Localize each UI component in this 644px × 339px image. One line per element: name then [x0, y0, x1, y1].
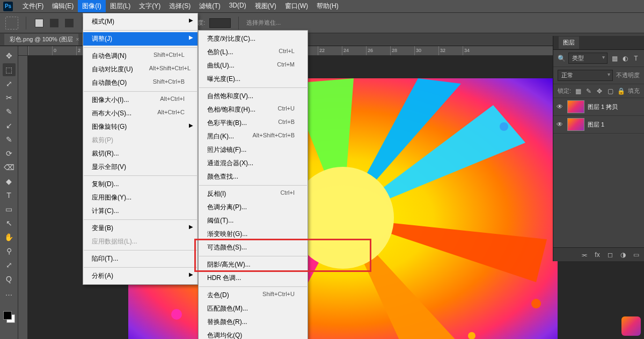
blend-mode-dropdown[interactable]: 正常: [558, 70, 613, 81]
layer-thumb: [567, 118, 584, 131]
menu-item[interactable]: 曝光度(E)...: [199, 72, 308, 86]
menubar-item[interactable]: 视图(V): [251, 0, 281, 12]
select-mask-button[interactable]: 选择并遮住...: [246, 19, 281, 27]
menubar-item[interactable]: 帮助(H): [312, 0, 343, 12]
menubar-item[interactable]: 3D(D): [225, 0, 251, 12]
menubar-item[interactable]: 文字(Y): [135, 0, 165, 12]
menu-item[interactable]: 颜色查找...: [199, 170, 308, 183]
menubar-item[interactable]: 图层(L): [106, 0, 135, 12]
tool-button[interactable]: ⤢: [3, 77, 16, 90]
menu-item[interactable]: 裁切(R)...: [83, 147, 197, 160]
fx-icon[interactable]: fx: [594, 251, 601, 259]
layers-tab[interactable]: 图层: [559, 36, 579, 49]
menu-item[interactable]: 调整(J)▶: [83, 32, 197, 46]
menu-item[interactable]: 色阶(L)...Ctrl+L: [199, 46, 308, 59]
menu-item[interactable]: 自动色调(N)Shift+Ctrl+L: [83, 49, 197, 63]
menu-item[interactable]: 自动对比度(U)Alt+Shift+Ctrl+L: [83, 63, 197, 76]
menubar-item[interactable]: 图像(I): [78, 0, 105, 12]
tool-button[interactable]: ↖: [3, 217, 16, 230]
menu-item[interactable]: HDR 色调...: [199, 271, 308, 285]
menu-item[interactable]: 去色(D)Shift+Ctrl+U: [199, 289, 308, 302]
tool-button[interactable]: ⬚: [3, 63, 16, 76]
height-input[interactable]: [209, 18, 231, 28]
menubar-item[interactable]: 窗口(W): [281, 0, 312, 12]
lock-move-icon[interactable]: ✥: [596, 87, 603, 95]
foreground-swatch[interactable]: [3, 311, 12, 320]
tool-button[interactable]: ⟳: [3, 147, 16, 160]
menu-item[interactable]: 反相(I)Ctrl+I: [199, 187, 308, 201]
tool-button[interactable]: ⌫: [3, 161, 16, 174]
menu-item[interactable]: 变量(B)▶: [83, 222, 197, 235]
close-tab-icon[interactable]: ×: [76, 36, 79, 42]
menu-item[interactable]: 图像旋转(G)▶: [83, 120, 197, 134]
tool-button[interactable]: ✋: [3, 231, 16, 244]
menu-item[interactable]: 亮度/对比度(C)...: [199, 32, 308, 46]
search-icon[interactable]: 🔍: [558, 55, 565, 62]
type-filter-icon[interactable]: T: [632, 55, 640, 62]
filter-type-dropdown[interactable]: 类型: [568, 53, 608, 64]
visibility-icon[interactable]: 👁: [557, 121, 564, 128]
marquee-tool-preset[interactable]: [5, 17, 18, 30]
menu-item[interactable]: 匹配颜色(M)...: [199, 302, 308, 315]
add-selection-icon[interactable]: [50, 19, 58, 27]
menu-item[interactable]: 自然饱和度(V)...: [199, 90, 308, 103]
menu-item[interactable]: 复制(D)...: [83, 178, 197, 191]
menubar-item[interactable]: 滤镜(T): [195, 0, 224, 12]
layer-row[interactable]: 👁图层 1 拷贝: [553, 98, 644, 116]
menu-item[interactable]: 计算(C)...: [83, 204, 197, 218]
tool-button[interactable]: ✎: [3, 133, 16, 146]
lock-artboard-icon[interactable]: ▢: [606, 87, 614, 95]
menu-item[interactable]: 照片滤镜(F)...: [199, 143, 308, 157]
tool-button[interactable]: ◆: [3, 175, 16, 188]
menu-item[interactable]: 显示全部(V): [83, 160, 197, 174]
menu-item[interactable]: 通道混合器(X)...: [199, 157, 308, 170]
menu-item[interactable]: 色调分离(P)...: [199, 201, 308, 214]
menu-item[interactable]: 分析(A)▶: [83, 269, 197, 283]
tool-button[interactable]: ↙: [3, 119, 16, 132]
tool-button[interactable]: ✎: [3, 105, 16, 118]
lock-all-icon[interactable]: 🔒: [617, 87, 625, 95]
menu-item[interactable]: 替换颜色(R)...: [199, 315, 308, 329]
tool-button[interactable]: Q: [3, 272, 16, 285]
menu-item[interactable]: 陷印(T)...: [83, 252, 197, 266]
pixel-filter-icon[interactable]: ▦: [611, 55, 618, 62]
menu-item[interactable]: 色彩平衡(B)...Ctrl+B: [199, 116, 308, 130]
link-layers-icon[interactable]: ⫘: [581, 251, 588, 259]
tool-button[interactable]: ▭: [3, 203, 16, 216]
adjustment-layer-icon[interactable]: ◑: [619, 251, 627, 259]
tools-panel: ✥⬚⤢✂✎↙✎⟳⌫◆T▭↖✋⚲⤢Q…: [0, 46, 18, 339]
color-swatches[interactable]: [3, 311, 15, 323]
lock-trans-icon[interactable]: ▦: [574, 87, 582, 95]
tool-button[interactable]: T: [3, 189, 16, 202]
group-icon[interactable]: ▭: [632, 251, 640, 259]
lock-paint-icon[interactable]: ✎: [585, 87, 592, 95]
document-tab[interactable]: 彩色.png @ 100% (图层: [4, 34, 78, 45]
menu-item[interactable]: 曲线(U)...Ctrl+M: [199, 59, 308, 72]
subtract-selection-icon[interactable]: [65, 19, 74, 27]
menu-item[interactable]: 自动颜色(O)Shift+Ctrl+B: [83, 76, 197, 90]
adjust-filter-icon[interactable]: ◐: [621, 55, 629, 62]
menu-item[interactable]: 阴影/高光(W)...: [199, 258, 308, 271]
menu-item[interactable]: 渐变映射(G)...: [199, 227, 308, 241]
tool-button[interactable]: ⚲: [3, 245, 16, 257]
menu-item[interactable]: 阈值(T)...: [199, 214, 308, 227]
menu-item[interactable]: 模式(M)▶: [83, 15, 197, 28]
mask-icon[interactable]: ◻: [606, 251, 614, 259]
menu-item[interactable]: 应用图像(Y)...: [83, 191, 197, 204]
new-selection-icon[interactable]: [35, 19, 43, 27]
tool-button[interactable]: ✥: [3, 49, 16, 62]
menubar-item[interactable]: 文件(F): [18, 0, 48, 12]
menubar-item[interactable]: 编辑(E): [48, 0, 78, 12]
menu-item[interactable]: 画布大小(S)...Alt+Ctrl+C: [83, 107, 197, 120]
menu-item[interactable]: 色调均化(Q): [199, 329, 308, 339]
visibility-icon[interactable]: 👁: [557, 103, 564, 110]
tool-button[interactable]: ⤢: [3, 259, 16, 271]
menubar-item[interactable]: 选择(S): [165, 0, 195, 12]
menu-item[interactable]: 图像大小(I)...Alt+Ctrl+I: [83, 93, 197, 107]
menu-item[interactable]: 黑白(K)...Alt+Shift+Ctrl+B: [199, 130, 308, 143]
menu-item[interactable]: 色相/饱和度(H)...Ctrl+U: [199, 103, 308, 116]
tool-button[interactable]: ✂: [3, 91, 16, 104]
layer-row[interactable]: 👁图层 1: [553, 116, 644, 134]
tool-button[interactable]: …: [3, 286, 16, 299]
menu-item[interactable]: 可选颜色(S)...: [199, 241, 308, 254]
